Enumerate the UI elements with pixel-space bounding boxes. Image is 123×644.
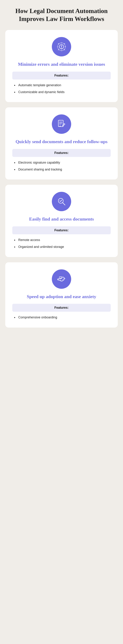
features-list-3: Remote access Organized and unlimited st…	[12, 238, 111, 249]
feature-item: Automatic template generation	[14, 83, 109, 88]
card-3-title: Easily find and access documents	[29, 216, 94, 222]
card-send-documents: Quickly send documents and reduce follow…	[5, 107, 118, 180]
features-box-1: Features:	[12, 72, 111, 80]
feature-item: Customizable and dynamic fields	[14, 90, 109, 94]
svg-line-7	[64, 124, 64, 125]
handshake-icon	[52, 270, 71, 289]
features-list-1: Automatic template generation Customizab…	[12, 83, 111, 94]
feature-item: Organized and unlimited storage	[14, 245, 109, 249]
card-2-title: Quickly send documents and reduce follow…	[15, 139, 107, 145]
feature-item: Remote access	[14, 238, 109, 242]
feature-item: Comprehensive onboarding	[14, 315, 109, 320]
features-box-4: Features:	[12, 304, 111, 312]
features-list-4: Comprehensive onboarding	[12, 315, 111, 320]
features-label-4: Features:	[54, 306, 68, 310]
features-label-1: Features:	[54, 74, 68, 77]
card-1-title: Minimize errors and eliminate version is…	[18, 61, 105, 67]
page-title: How Legal Document Automation Improves L…	[5, 7, 118, 23]
svg-point-2	[61, 48, 62, 48]
feature-item: Electronic signature capability	[14, 160, 109, 165]
card-speed-adoption: Speed up adoption and ease anxiety Featu…	[5, 262, 118, 328]
features-box-2: Features:	[12, 149, 111, 157]
gear-alert-icon	[52, 37, 71, 56]
document-signature-icon	[52, 114, 71, 134]
search-magnify-icon	[52, 192, 71, 211]
svg-line-9	[62, 202, 65, 205]
feature-item: Document sharing and tracking	[14, 167, 109, 172]
card-find-documents: Easily find and access documents Feature…	[5, 185, 118, 257]
features-label-3: Features:	[54, 228, 68, 232]
card-4-title: Speed up adoption and ease anxiety	[27, 294, 96, 300]
features-box-3: Features:	[12, 226, 111, 234]
features-label-2: Features:	[54, 151, 68, 154]
card-minimize-errors: Minimize errors and eliminate version is…	[5, 30, 118, 102]
features-list-2: Electronic signature capability Document…	[12, 160, 111, 172]
